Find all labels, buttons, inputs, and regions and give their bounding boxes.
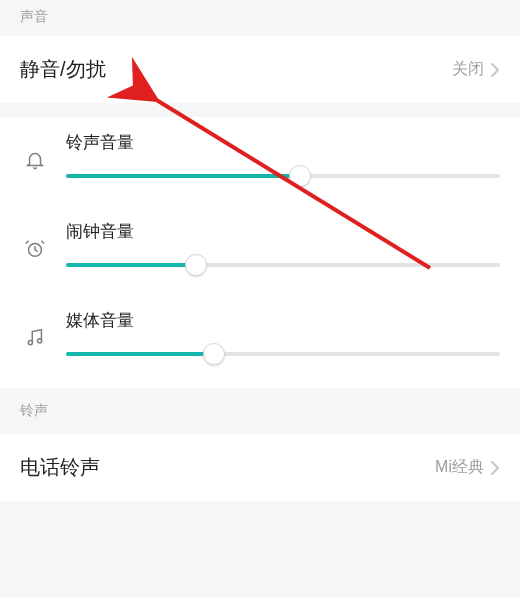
- slider-row-alarm: 闹钟音量: [0, 206, 520, 295]
- music-note-icon: [20, 327, 50, 349]
- section-header-ringtone: 铃声: [0, 388, 520, 434]
- alarm-clock-icon: [20, 238, 50, 260]
- slider-alarm-thumb[interactable]: [185, 254, 207, 276]
- row-silent-value: 关闭: [452, 59, 484, 80]
- section-header-ringtone-label: 铃声: [20, 402, 48, 418]
- slider-alarm-fill: [66, 263, 196, 267]
- slider-ringer[interactable]: [66, 174, 500, 178]
- row-phone-ringtone-title: 电话铃声: [20, 454, 435, 481]
- svg-point-2: [37, 339, 41, 343]
- slider-media-thumb[interactable]: [203, 343, 225, 365]
- slider-row-media: 媒体音量: [0, 295, 520, 384]
- gap: [0, 103, 520, 117]
- slider-media-label: 媒体音量: [66, 309, 500, 332]
- row-phone-ringtone-value: Mi经典: [435, 457, 484, 478]
- bell-icon: [20, 149, 50, 171]
- slider-media[interactable]: [66, 352, 500, 356]
- chevron-right-icon: [490, 62, 500, 78]
- slider-ringer-fill: [66, 174, 300, 178]
- row-phone-ringtone[interactable]: 电话铃声 Mi经典: [0, 434, 520, 501]
- section-header-sound-label: 声音: [20, 8, 48, 24]
- section-header-sound: 声音: [0, 0, 520, 36]
- svg-point-1: [28, 340, 32, 344]
- row-silent-title: 静音/勿扰: [20, 56, 452, 83]
- slider-row-ringer: 铃声音量: [0, 117, 520, 206]
- row-silent-dnd[interactable]: 静音/勿扰 关闭: [0, 36, 520, 103]
- chevron-right-icon: [490, 460, 500, 476]
- slider-alarm[interactable]: [66, 263, 500, 267]
- slider-alarm-label: 闹钟音量: [66, 220, 500, 243]
- slider-ringer-thumb[interactable]: [289, 165, 311, 187]
- slider-ringer-label: 铃声音量: [66, 131, 500, 154]
- slider-media-fill: [66, 352, 214, 356]
